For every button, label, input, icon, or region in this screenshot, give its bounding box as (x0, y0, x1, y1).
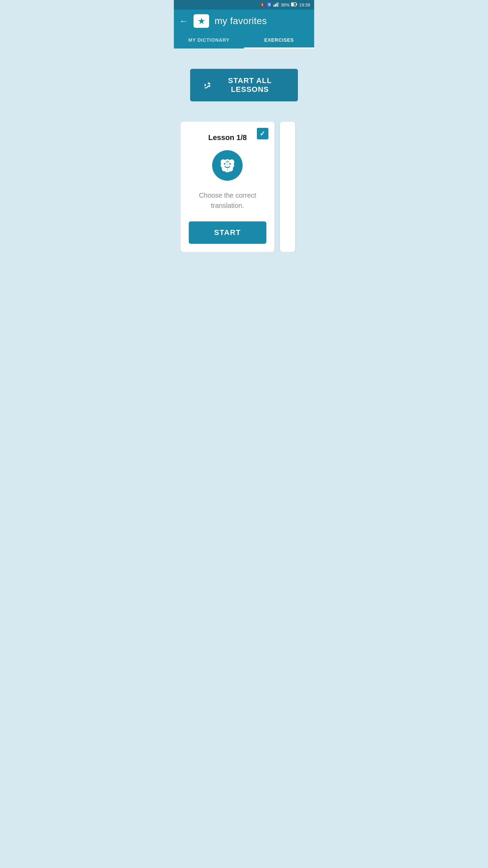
start-lesson-button[interactable]: START (189, 221, 266, 244)
signal-icon (273, 2, 279, 8)
time: 19:39 (299, 2, 310, 7)
tab-bar: MY DICTIONARY EXERCISES (174, 32, 314, 48)
tab-my-dictionary[interactable]: MY DICTIONARY (174, 32, 244, 48)
shuffle-icon (204, 80, 211, 90)
svg-text:⚡: ⚡ (292, 3, 296, 6)
folder-icon-wrapper: ★ (194, 14, 209, 28)
svg-point-8 (224, 163, 226, 165)
start-all-lessons-button[interactable]: START ALL LESSONS (190, 69, 298, 101)
lesson-description: Choose the correct translation. (189, 190, 266, 211)
mute-icon: 🔇 (260, 2, 265, 7)
app-title: my favorites (215, 16, 267, 26)
checkmark-icon: ✓ (260, 130, 265, 138)
battery-percentage: 36% (281, 2, 289, 7)
checkbox-checked[interactable]: ✓ (257, 128, 268, 139)
svg-rect-3 (278, 2, 279, 7)
tab-exercises[interactable]: EXERCISES (244, 32, 314, 48)
checkbox-wrapper[interactable]: ✓ (257, 128, 268, 139)
main-content: START ALL LESSONS ✓ Lesson 1/8 (174, 48, 314, 265)
cards-container: ✓ Lesson 1/8 Choose the correct translat… (181, 122, 307, 252)
next-card-partial (280, 122, 295, 252)
back-button[interactable]: ← (179, 17, 188, 25)
lesson-card: ✓ Lesson 1/8 Choose the correct translat… (181, 122, 274, 252)
svg-rect-1 (275, 4, 276, 7)
status-bar: 🔇 ♿ 36% ⚡ 19:39 (174, 0, 314, 9)
svg-point-9 (229, 163, 231, 165)
favorites-folder-icon: ★ (198, 16, 205, 26)
status-icons: 🔇 ♿ 36% ⚡ 19:39 (260, 2, 310, 8)
svg-rect-0 (273, 5, 274, 7)
lesson-title: Lesson 1/8 (208, 133, 247, 142)
svg-rect-6 (297, 3, 297, 5)
accessibility-icon: ♿ (267, 2, 272, 7)
brain-circle (212, 150, 243, 181)
app-bar: ← ★ my favorites (174, 9, 314, 32)
svg-rect-2 (277, 3, 278, 7)
brain-icon (219, 157, 236, 174)
start-all-lessons-label: START ALL LESSONS (216, 76, 284, 94)
battery-icon: ⚡ (291, 2, 297, 7)
